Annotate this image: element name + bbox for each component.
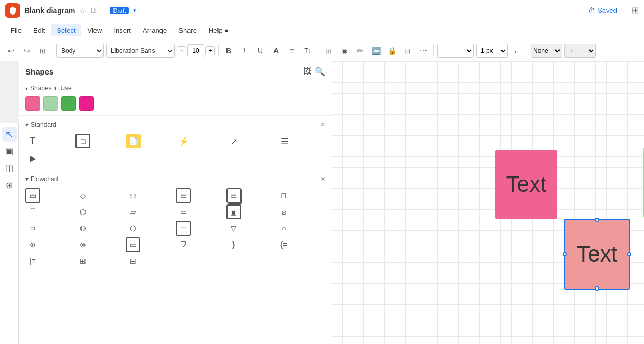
undo-button[interactable]: ↩: [4, 44, 18, 58]
fc-octagon[interactable]: ⬡: [126, 221, 140, 236]
doc-icon[interactable]: 🗋: [90, 6, 97, 14]
menu-select[interactable]: Select: [51, 24, 81, 36]
draft-dropdown[interactable]: ▾: [133, 7, 136, 14]
plugins-panel-toggle[interactable]: ⊕: [2, 178, 17, 192]
line-width-select[interactable]: 1 px 2 px 3 px: [476, 44, 508, 58]
fc-trapezoid[interactable]: ⏣: [75, 221, 90, 236]
fc-diamond[interactable]: ◇: [75, 188, 90, 203]
fc-brace3[interactable]: |=: [25, 254, 40, 268]
font-family-select[interactable]: Liberation Sans Arial Times New Roman: [106, 44, 175, 58]
flowchart-section-title[interactable]: ▾ Flowchart: [25, 175, 58, 183]
shapes-in-use-header[interactable]: ▾ Shapes In Use: [25, 85, 325, 92]
star-icon[interactable]: ☆: [79, 6, 86, 15]
fc-partial-rect[interactable]: ⊓: [277, 188, 291, 203]
font-size-input[interactable]: [187, 44, 204, 57]
fc-double-rect2[interactable]: ▣: [226, 204, 241, 219]
menu-insert[interactable]: Insert: [108, 24, 136, 36]
sticky-shape[interactable]: 📄: [126, 134, 141, 148]
fc-inv-triangle[interactable]: ▽: [226, 221, 241, 236]
fc-brace2[interactable]: {=: [277, 237, 291, 252]
draft-badge[interactable]: Draft: [110, 7, 129, 14]
increase-font-button[interactable]: +: [205, 46, 215, 55]
standard-section-title[interactable]: ▾ Standard: [25, 121, 56, 128]
fc-stored[interactable]: ⊃: [25, 221, 40, 236]
fc-rect3[interactable]: ▭: [176, 204, 191, 219]
insert-shape-button[interactable]: ⊞: [321, 44, 335, 58]
layers-panel-toggle[interactable]: ◫: [2, 161, 17, 175]
text-format-button[interactable]: T↕: [301, 44, 315, 58]
font-color-button[interactable]: 🔤: [369, 44, 383, 58]
layers-button[interactable]: ⊟: [401, 44, 414, 58]
menu-view[interactable]: View: [82, 24, 108, 36]
fc-rect5[interactable]: ▭: [126, 237, 140, 252]
fc-crossed[interactable]: ⊗: [75, 237, 90, 252]
fc-rect[interactable]: ▭: [25, 188, 40, 203]
line-color-button[interactable]: ✏: [353, 44, 367, 58]
align-button[interactable]: ≡: [285, 44, 299, 58]
fc-double-rect[interactable]: ▭: [226, 188, 241, 203]
shapes-image-icon[interactable]: 🖼: [303, 67, 311, 77]
handle-left[interactable]: [563, 252, 567, 256]
corner-button[interactable]: ⌐: [510, 44, 524, 58]
fc-table2[interactable]: ⊟: [126, 254, 140, 268]
menu-file[interactable]: File: [5, 24, 27, 36]
swatch-green[interactable]: [61, 96, 76, 111]
shapes-search-icon[interactable]: 🔍: [315, 67, 325, 77]
fc-table[interactable]: ⊞: [75, 254, 90, 268]
text-shape[interactable]: T: [25, 134, 40, 148]
fc-cross[interactable]: ⊕: [25, 237, 40, 252]
decrease-font-button[interactable]: −: [177, 46, 186, 55]
swatch-pink[interactable]: [25, 96, 40, 111]
more-options-button[interactable]: ⋯: [416, 44, 430, 58]
list-shape[interactable]: ☰: [277, 134, 292, 148]
italic-button[interactable]: I: [238, 44, 251, 58]
menu-help[interactable]: Help ●: [203, 24, 234, 36]
fc-parallelogram[interactable]: ▱: [126, 204, 140, 219]
shape-salmon[interactable]: Text: [565, 220, 629, 289]
swatch-light-green[interactable]: [43, 96, 58, 111]
lightning-shape[interactable]: ⚡: [176, 134, 191, 148]
menu-edit[interactable]: Edit: [28, 24, 50, 36]
handle-top[interactable]: [595, 218, 599, 222]
menu-arrange[interactable]: Arrange: [137, 24, 172, 36]
shape-pink[interactable]: Text: [495, 150, 557, 219]
play-shape[interactable]: ▶: [25, 151, 40, 165]
bold-button[interactable]: B: [222, 44, 235, 58]
fc-cylinder[interactable]: ⌀: [277, 204, 291, 219]
fc-document[interactable]: ⌒: [25, 204, 40, 219]
line-style-select[interactable]: —— - - -: [437, 44, 474, 58]
fc-hexagon[interactable]: ⬡: [75, 204, 90, 219]
standard-close-button[interactable]: ×: [320, 120, 325, 129]
flowchart-close-button[interactable]: ×: [320, 174, 325, 184]
fc-rect2[interactable]: ▭: [176, 188, 191, 203]
connection-start-select[interactable]: None Arrow: [531, 44, 562, 58]
handle-bottom[interactable]: [595, 286, 599, 291]
connection-end-select[interactable]: → None: [564, 44, 596, 58]
fc-shield[interactable]: ⛉: [176, 237, 191, 252]
shapes-panel-toggle[interactable]: ▣: [2, 144, 17, 159]
rectangle-shape[interactable]: □: [75, 134, 90, 148]
style-select[interactable]: Body Heading: [56, 44, 104, 58]
handle-right[interactable]: [627, 252, 631, 256]
text-color-button[interactable]: A: [269, 44, 283, 58]
fc-brace[interactable]: }: [226, 237, 241, 252]
lock-button[interactable]: 🔒: [385, 44, 399, 58]
arrow-shape[interactable]: ↗: [226, 134, 241, 148]
menu-share[interactable]: Share: [173, 24, 202, 36]
saved-button[interactable]: ⏱ Saved: [588, 6, 617, 15]
puzzle-icon[interactable]: ⊞: [632, 5, 639, 15]
fc-circle[interactable]: ○: [277, 221, 291, 236]
cursor-tool[interactable]: ↖: [2, 127, 17, 142]
fc-rect4[interactable]: ▭: [176, 221, 191, 236]
underline-button[interactable]: U: [253, 44, 267, 58]
canvas[interactable]: Text Text Text Text: [332, 61, 644, 344]
app-icon[interactable]: [5, 3, 20, 18]
flowchart-section-header: ▾ Flowchart ×: [25, 174, 325, 184]
swatch-magenta[interactable]: [79, 96, 94, 111]
fill-color-button[interactable]: ◉: [337, 44, 351, 58]
fc-stadium[interactable]: ⬭: [126, 188, 140, 203]
format-button[interactable]: ⊞: [36, 44, 50, 58]
standard-shapes-grid: T □ 📄 ⚡ ↗ ☰ ▶: [25, 134, 325, 165]
timer-icon: ⏱: [588, 6, 595, 15]
redo-button[interactable]: ↪: [20, 44, 34, 58]
